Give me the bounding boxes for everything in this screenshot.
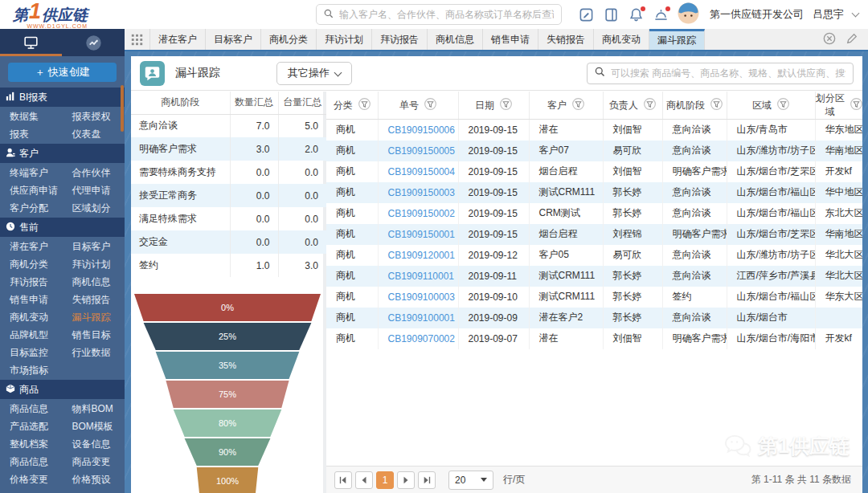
quick-create-button[interactable]: ＋ 快速创建 xyxy=(8,63,117,82)
document-number-link[interactable]: CB1909100001 xyxy=(388,312,455,324)
bell-icon[interactable] xyxy=(628,6,644,22)
next-page-button[interactable] xyxy=(397,471,415,489)
tab-商机分类[interactable]: 商机分类 xyxy=(261,29,317,50)
sidebar-item-商品变更[interactable]: 商品变更 xyxy=(63,453,125,471)
sidebar-item-区域划分[interactable]: 区域划分 xyxy=(63,199,125,217)
filter-icon[interactable] xyxy=(644,98,656,112)
sidebar-item-数据集[interactable]: 数据集 xyxy=(0,108,63,125)
sidebar-item-报表[interactable]: 报表 xyxy=(0,125,63,143)
page-size-select[interactable]: 20 xyxy=(448,471,493,490)
chevron-down-icon[interactable] xyxy=(852,10,860,18)
table-row: 商机CB19090700022019-09-07潜在刘佃智明确客户需求山东/烟台… xyxy=(326,328,862,349)
tab-目标客户[interactable]: 目标客户 xyxy=(206,29,261,50)
sidebar-item-目标监控[interactable]: 目标监控 xyxy=(0,344,63,361)
filter-icon[interactable] xyxy=(777,98,789,112)
sidebar-item-设备信息[interactable]: 设备信息 xyxy=(63,435,125,453)
more-actions-button[interactable]: 其它操作 xyxy=(276,62,352,85)
tab-潜在客户[interactable]: 潜在客户 xyxy=(150,29,206,50)
column-label: 划分区域 xyxy=(816,92,845,119)
sidebar-section-商品[interactable]: 商品 xyxy=(0,380,125,399)
first-page-button[interactable] xyxy=(334,471,352,489)
document-number-link[interactable]: CB1909150006 xyxy=(388,124,455,136)
document-number-link[interactable]: CB1909150005 xyxy=(388,145,455,157)
close-all-tabs-icon[interactable] xyxy=(823,32,836,47)
sidebar-section-售前[interactable]: 售前 xyxy=(0,218,125,237)
prev-page-button[interactable] xyxy=(355,471,373,489)
search-icon xyxy=(324,9,334,21)
sidebar-item-失销报告[interactable]: 失销报告 xyxy=(63,291,125,308)
notebook-icon[interactable] xyxy=(603,6,619,22)
filter-icon[interactable] xyxy=(850,98,862,112)
stage-name: 签约 xyxy=(131,254,230,277)
sidebar-item-行业数据[interactable]: 行业数据 xyxy=(63,344,125,361)
sidebar-item-目标客户[interactable]: 目标客户 xyxy=(63,238,125,255)
global-search-input[interactable] xyxy=(339,9,554,20)
sidebar-scrollbar[interactable] xyxy=(121,85,124,132)
sidebar-item-终端客户[interactable]: 终端客户 xyxy=(0,164,63,181)
sidebar-item-合作伙伴[interactable]: 合作伙伴 xyxy=(63,164,125,181)
sidebar-item-品牌机型[interactable]: 品牌机型 xyxy=(0,326,63,344)
sidebar-item-商机变动[interactable]: 商机变动 xyxy=(0,308,63,326)
tab-漏斗跟踪[interactable]: 漏斗跟踪 xyxy=(649,29,705,50)
alarm-icon[interactable] xyxy=(653,6,669,22)
column-header-日期: 日期 xyxy=(458,92,529,120)
document-number-link[interactable]: CB1909150003 xyxy=(388,187,455,198)
filter-icon[interactable] xyxy=(572,98,584,112)
sidebar-item-拜访报告[interactable]: 拜访报告 xyxy=(0,273,63,291)
last-page-button[interactable] xyxy=(418,471,436,489)
sidebar-section-客户[interactable]: 客户 xyxy=(0,144,125,163)
monitor-view-icon[interactable] xyxy=(0,29,63,56)
document-number-link[interactable]: CB1909070002 xyxy=(388,333,455,344)
sidebar-item-价格预设[interactable]: 价格预设 xyxy=(63,471,125,488)
page-number-button[interactable]: 1 xyxy=(376,471,394,489)
trend-view-icon[interactable] xyxy=(63,29,125,56)
filter-icon[interactable] xyxy=(358,98,371,112)
sidebar-item-客户分配[interactable]: 客户分配 xyxy=(0,199,63,217)
sidebar-item-商机信息[interactable]: 商机信息 xyxy=(63,273,125,291)
document-number-link[interactable]: CB1909120001 xyxy=(388,250,455,261)
tab-拜访计划[interactable]: 拜访计划 xyxy=(317,29,372,50)
sidebar-item-代理申请[interactable]: 代理申请 xyxy=(63,181,125,199)
cell-分类: 商机 xyxy=(326,161,378,182)
document-number-link[interactable]: CB1909110001 xyxy=(388,271,455,282)
tab-销售申请[interactable]: 销售申请 xyxy=(483,29,538,50)
table-row: 商机CB19091500042019-09-15烟台启程刘佃智明确客户需求山东/… xyxy=(326,161,862,182)
sidebar-item-报表授权[interactable]: 报表授权 xyxy=(63,108,125,125)
cell-划分区域: 华南地区 xyxy=(815,141,862,161)
document-number-link[interactable]: CB1909150002 xyxy=(388,208,455,219)
filter-icon[interactable] xyxy=(500,98,512,112)
document-number-link[interactable]: CB1909150004 xyxy=(388,166,455,177)
document-number-link[interactable]: CB1909150001 xyxy=(388,229,455,240)
sidebar-item-价格变更[interactable]: 价格变更 xyxy=(0,471,63,488)
sidebar-item-潜在客户[interactable]: 潜在客户 xyxy=(0,238,63,255)
filter-icon[interactable] xyxy=(710,98,723,112)
sidebar-item-产品选配[interactable]: 产品选配 xyxy=(0,418,63,435)
summary-row: 明确客户需求3.02.0 xyxy=(131,137,326,161)
sidebar-item-商品信息[interactable]: 商品信息 xyxy=(0,400,63,418)
tab-拜访报告[interactable]: 拜访报告 xyxy=(372,29,428,50)
apps-grid-icon[interactable] xyxy=(125,29,150,50)
avatar[interactable] xyxy=(678,2,699,26)
sidebar-item-销售申请[interactable]: 销售申请 xyxy=(0,291,63,308)
sidebar-item-商品信息[interactable]: 商品信息 xyxy=(0,453,63,471)
tab-失销报告[interactable]: 失销报告 xyxy=(538,29,594,50)
page-search-input[interactable] xyxy=(611,67,845,79)
sidebar-item-仪表盘[interactable]: 仪表盘 xyxy=(63,125,125,143)
sidebar-item-拜访计划[interactable]: 拜访计划 xyxy=(63,255,125,273)
tab-商机信息[interactable]: 商机信息 xyxy=(428,29,483,50)
filter-icon[interactable] xyxy=(424,98,436,112)
sidebar-item-整机档案[interactable]: 整机档案 xyxy=(0,435,63,453)
sidebar-item-供应商申请[interactable]: 供应商申请 xyxy=(0,181,63,199)
edit-note-icon[interactable] xyxy=(578,6,594,22)
sidebar-item-商机分类[interactable]: 商机分类 xyxy=(0,255,63,273)
edit-tabs-icon[interactable] xyxy=(846,33,858,47)
sidebar-section-BI报表[interactable]: BI报表 xyxy=(0,88,125,107)
sidebar-item-市场指标[interactable]: 市场指标 xyxy=(0,361,63,379)
sidebar-item-漏斗跟踪[interactable]: 漏斗跟踪 xyxy=(63,308,125,326)
tab-商机变动[interactable]: 商机变动 xyxy=(594,29,649,50)
sidebar-item-BOM模板[interactable]: BOM模板 xyxy=(63,418,125,435)
user-name[interactable]: 吕思宇 xyxy=(813,7,844,22)
sidebar-item-销售目标[interactable]: 销售目标 xyxy=(63,326,125,344)
sidebar-item-物料BOM[interactable]: 物料BOM xyxy=(63,400,125,418)
document-number-link[interactable]: CB1909100003 xyxy=(388,291,455,303)
